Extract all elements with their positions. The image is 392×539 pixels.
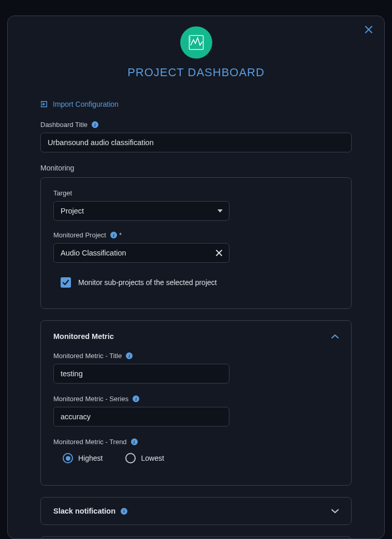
monitor-subprojects-checkbox[interactable]: [61, 277, 71, 288]
import-link-label: Import Configuration: [53, 100, 119, 108]
radio-button-icon: [63, 453, 73, 463]
monitored-project-label: Monitored Project i*: [53, 231, 339, 239]
dashboard-chart-icon: [180, 26, 212, 59]
target-label: Target: [53, 189, 339, 197]
modal-header: PROJECT DASHBOARD: [40, 26, 352, 79]
info-icon[interactable]: i: [110, 232, 117, 238]
project-dashboard-modal: PROJECT DASHBOARD Import Configuration D…: [7, 16, 385, 539]
close-button[interactable]: [362, 23, 375, 36]
caret-down-icon: [217, 209, 223, 212]
import-icon: [40, 101, 48, 108]
radio-lowest[interactable]: Lowest: [125, 453, 164, 463]
monitor-subprojects-label: Monitor sub-projects of the selected pro…: [78, 278, 217, 287]
slack-panel-header[interactable]: Slack notification i: [53, 507, 339, 515]
slack-panel-title: Slack notification i: [53, 507, 127, 515]
metric-trend-label: Monitored Metric - Trend i: [53, 438, 339, 446]
chevron-up-icon: [331, 334, 339, 339]
info-icon[interactable]: i: [92, 121, 98, 128]
slack-notification-panel: Slack notification i: [40, 497, 352, 525]
check-icon: [62, 279, 69, 286]
radio-highest[interactable]: Highest: [63, 453, 103, 463]
metric-trend-radio-group: Highest Lowest: [53, 453, 339, 463]
chevron-down-icon: [331, 509, 339, 514]
dashboard-title-label: Dashboard Title i: [40, 121, 352, 129]
modal-title: PROJECT DASHBOARD: [40, 66, 352, 79]
next-panel-peek: [40, 536, 352, 539]
import-configuration-link[interactable]: Import Configuration: [40, 100, 119, 108]
clear-selection-button[interactable]: [215, 249, 223, 257]
radio-button-icon: [125, 453, 136, 463]
info-icon[interactable]: i: [126, 352, 133, 359]
svg-rect-2: [189, 36, 203, 50]
target-select[interactable]: Project: [53, 201, 229, 221]
monitor-subprojects-row: Monitor sub-projects of the selected pro…: [53, 277, 339, 288]
monitored-metric-panel: Monitored Metric Monitored Metric - Titl…: [40, 320, 352, 486]
svg-marker-7: [217, 209, 223, 212]
metric-title-label: Monitored Metric - Title i: [53, 352, 339, 360]
dashboard-title-input[interactable]: [40, 133, 352, 152]
info-icon[interactable]: i: [133, 395, 139, 402]
monitoring-section-label: Monitoring: [40, 164, 352, 172]
info-icon[interactable]: i: [121, 508, 127, 515]
monitored-metric-title: Monitored Metric: [53, 332, 114, 341]
monitoring-panel: Target Project Monitored Project i* Audi…: [40, 177, 352, 309]
metric-title-input[interactable]: [53, 364, 229, 384]
monitored-metric-panel-header[interactable]: Monitored Metric: [53, 332, 339, 341]
info-icon[interactable]: i: [131, 438, 138, 445]
monitored-project-select[interactable]: Audio Classification: [53, 243, 229, 263]
close-icon: [362, 23, 375, 36]
metric-series-input[interactable]: [53, 407, 229, 427]
metric-series-label: Monitored Metric - Series i: [53, 395, 339, 403]
